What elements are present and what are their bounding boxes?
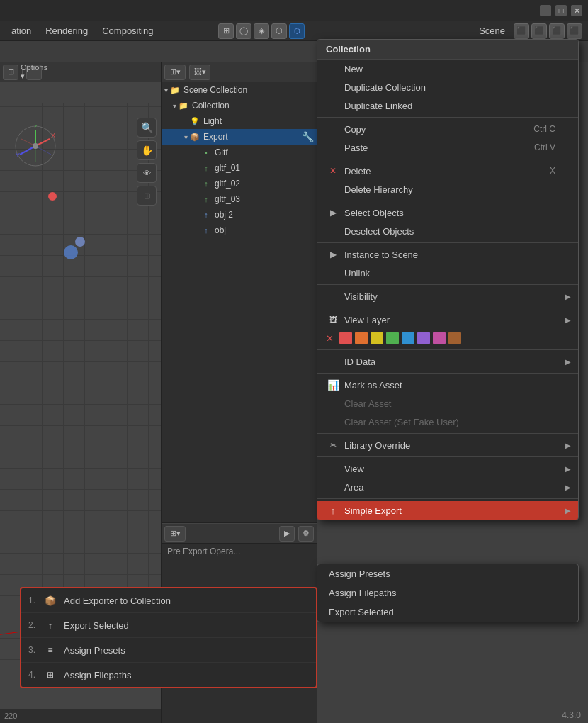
bc-label-1: Add Exporter to Collection <box>64 595 171 606</box>
outliner-obj[interactable]: ▸ ↑ obj <box>162 223 317 238</box>
options-btn[interactable]: Options ▾ <box>26 65 42 80</box>
bc-item-export-selected[interactable]: 2. ↑ Export Selected <box>21 613 316 638</box>
sub-ctx-export-selected[interactable]: Export Selected <box>317 602 578 622</box>
color-swatch-2[interactable] <box>371 332 383 344</box>
ctx-delete-hierarchy[interactable]: Delete Hierarchy <box>317 180 578 198</box>
ctx-paste[interactable]: Paste Ctrl V <box>317 138 578 157</box>
menu-compositing[interactable]: Compositing <box>96 24 159 38</box>
view-options-btn[interactable]: ⊞ <box>3 65 18 80</box>
outliner-gltf03[interactable]: ▸ ↑ gltf_03 <box>162 191 317 207</box>
outliner-filter-btn[interactable]: 🖼▾ <box>189 65 210 80</box>
sub-ctx-assign-filepaths[interactable]: Assign Filepaths <box>317 583 578 602</box>
ctx-unlink[interactable]: Unlink <box>317 264 578 282</box>
sphere-blue2 <box>75 237 85 247</box>
select-icon: ▶ <box>326 207 340 218</box>
bottom-settings-btn[interactable]: ⚙ <box>298 526 314 542</box>
obj2-icon: ↑ <box>200 209 212 220</box>
ctx-select-objects[interactable]: ▶ Select Objects <box>317 203 578 222</box>
outliner-scene-collection[interactable]: ▾ 📁 Scene Collection <box>162 82 317 98</box>
scene-label: Scene <box>473 24 511 38</box>
ctx-visibility[interactable]: Visibility <box>317 287 578 306</box>
gltf02-icon: ↑ <box>200 178 212 189</box>
svg-text:Y: Y <box>16 152 20 159</box>
sep-6 <box>317 308 578 308</box>
collection-icon: 📁 <box>169 84 181 96</box>
ctx-instance-to-scene[interactable]: ▶ Instance to Scene <box>317 245 578 264</box>
maximize-button[interactable]: □ <box>555 5 567 16</box>
sep-9 <box>317 433 578 434</box>
bc-num-4: 4. <box>28 670 43 680</box>
ctx-clear-asset: Clear Asset <box>317 394 578 413</box>
ctx-simple-export[interactable]: ↑ Simple Export <box>317 501 578 520</box>
ctx-area[interactable]: Area <box>317 478 578 496</box>
toolbar-icon-3[interactable]: ◈ <box>254 23 269 39</box>
bc-item-add-exporter[interactable]: 1. 📦 Add Exporter to Collection <box>21 588 316 613</box>
ctx-duplicate-linked[interactable]: Duplicate Linked <box>317 96 578 115</box>
minimize-button[interactable]: ─ <box>540 5 551 16</box>
ctx-view[interactable]: View <box>317 459 578 478</box>
sub-ctx-assign-presets[interactable]: Assign Presets <box>317 564 578 583</box>
toolbar-icon-1[interactable]: ⊞ <box>218 23 234 39</box>
outliner-gltf[interactable]: ▸ ▪ Gltf <box>162 145 317 160</box>
color-swatch-6[interactable] <box>433 332 446 344</box>
menu-rendering[interactable]: Rendering <box>40 24 94 38</box>
grid-btn[interactable]: ⊞ <box>137 186 157 206</box>
obj-label: obj <box>215 225 226 235</box>
gltf01-label: gltf_01 <box>215 163 240 173</box>
light-label: Light <box>203 116 222 126</box>
obj-icon: ↑ <box>200 225 212 236</box>
ctx-copy[interactable]: Copy Ctrl C <box>317 120 578 138</box>
close-button[interactable]: ✕ <box>571 5 582 16</box>
color-swatch-5[interactable] <box>417 332 430 344</box>
outliner-collection[interactable]: ▾ 📁 Collection <box>162 98 317 113</box>
collection-icon-2: 📁 <box>178 100 189 111</box>
outliner-export[interactable]: ▾ 📦 Export 🔧 <box>162 129 317 145</box>
scene-icon-4[interactable]: ⬛ <box>567 23 582 39</box>
color-swatch-0[interactable] <box>339 332 352 344</box>
outliner-obj2[interactable]: ▸ ↑ obj 2 <box>162 207 317 223</box>
menu-animation[interactable]: ation <box>6 24 37 38</box>
ctx-duplicate-collection[interactable]: Duplicate Collection <box>317 78 578 96</box>
outliner-view-btn[interactable]: ⊞▾ <box>164 65 186 80</box>
delete-icon: ✕ <box>326 165 340 176</box>
color-swatch-3[interactable] <box>386 332 399 344</box>
outliner-gltf02[interactable]: ▸ ↑ gltf_02 <box>162 176 317 191</box>
outliner-gltf01[interactable]: ▸ ↑ gltf_01 <box>162 160 317 176</box>
scene-icon-1[interactable]: ⬛ <box>514 23 529 39</box>
color-swatch-4[interactable] <box>402 332 414 344</box>
zoom-btn[interactable]: 🔍 <box>137 118 157 138</box>
ctx-id-data[interactable]: ID Data <box>317 352 578 371</box>
toolbar-icon-active[interactable]: ⬡ <box>289 23 305 39</box>
bc-item-assign-filepaths[interactable]: 4. ⊞ Assign Filepaths <box>21 663 316 687</box>
bc-item-assign-presets[interactable]: 3. ≡ Assign Presets <box>21 638 316 663</box>
outliner-light[interactable]: ▸ 💡 Light <box>162 113 317 129</box>
color-x-icon[interactable]: ✕ <box>326 333 334 344</box>
ctx-deselect-objects[interactable]: Deselect Objects <box>317 222 578 240</box>
ctx-view-layer[interactable]: 🖼 View Layer <box>317 310 578 329</box>
sphere-blue <box>64 245 78 259</box>
orbit-btn[interactable]: 👁 <box>137 163 157 183</box>
instance-icon: ▶ <box>326 249 340 260</box>
bc-num-3: 3. <box>28 645 43 655</box>
bc-icon-4: ⊞ <box>43 668 58 682</box>
bottom-view-btn[interactable]: ⊞▾ <box>164 526 186 542</box>
bottom-play-btn[interactable]: ▶ <box>279 526 295 542</box>
color-swatch-1[interactable] <box>355 332 368 344</box>
pan-btn[interactable]: ✋ <box>137 140 157 160</box>
ctx-delete[interactable]: ✕ Delete X <box>317 162 578 180</box>
bc-label-3: Assign Presets <box>64 645 125 656</box>
toolbar-icon-2[interactable]: ◯ <box>236 23 251 39</box>
color-swatch-7[interactable] <box>448 332 461 344</box>
ctx-new[interactable]: New <box>317 60 578 78</box>
sep-11 <box>317 498 578 499</box>
toolbar-icon-4[interactable]: ⬡ <box>271 23 287 39</box>
scene-icon-2[interactable]: ⬛ <box>531 23 547 39</box>
scene-icon-3[interactable]: ⬛ <box>549 23 565 39</box>
ctx-library-override[interactable]: ✂ Library Override <box>317 436 578 454</box>
ctx-mark-asset[interactable]: 📊 Mark as Asset <box>317 376 578 394</box>
area-icon <box>326 481 340 493</box>
collection-label: Collection <box>192 101 230 111</box>
dup-col-icon <box>326 82 340 93</box>
sep-4 <box>317 242 578 243</box>
pre-export-label: Pre Export Opera... <box>162 544 317 559</box>
